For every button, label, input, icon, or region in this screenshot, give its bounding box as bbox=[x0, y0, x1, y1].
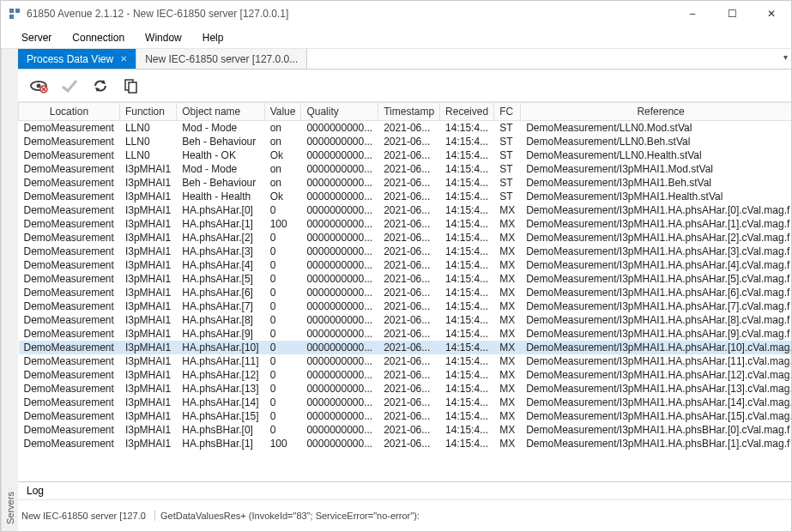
table-row[interactable]: DemoMeasurementI3pMHAI1HA.phsAHar.[10]00… bbox=[19, 341, 792, 354]
col-received[interactable]: Received bbox=[440, 103, 494, 121]
col-object-name[interactable]: Object name bbox=[177, 103, 264, 121]
log-header[interactable]: Log bbox=[18, 482, 791, 500]
table-cell: 14:15:4... bbox=[440, 203, 494, 217]
table-cell: HA.phsAHar.[12] bbox=[177, 368, 264, 382]
table-row[interactable]: DemoMeasurementI3pMHAI1HA.phsAHar.[4]000… bbox=[19, 258, 792, 272]
menu-window[interactable]: Window bbox=[135, 28, 192, 47]
table-cell: ST bbox=[494, 135, 521, 148]
table-cell: 100 bbox=[264, 217, 301, 231]
eye-disable-icon[interactable] bbox=[27, 74, 51, 98]
table-row[interactable]: DemoMeasurementI3pMHAI1Health - HealthOk… bbox=[19, 190, 792, 203]
table-cell: DemoMeasurement/I3pMHAI1.HA.phsAHar.[11]… bbox=[521, 354, 791, 368]
table-row[interactable]: DemoMeasurementI3pMHAI1HA.phsAHar.[8]000… bbox=[19, 313, 792, 327]
table-cell: MX bbox=[494, 423, 521, 437]
table-row[interactable]: DemoMeasurementI3pMHAI1HA.phsAHar.[12]00… bbox=[19, 368, 792, 382]
tabbar: Process Data View ✕ New IEC-61850 server… bbox=[18, 49, 791, 70]
table-cell: 2021-06... bbox=[378, 217, 440, 231]
tab-process-data-view[interactable]: Process Data View ✕ bbox=[18, 49, 136, 69]
side-tab-servers[interactable]: Servers bbox=[1, 49, 18, 531]
table-cell: MX bbox=[494, 272, 521, 286]
table-cell: DemoMeasurement/I3pMHAI1.HA.phsAHar.[7].… bbox=[521, 299, 791, 313]
table-cell: I3pMHAI1 bbox=[119, 176, 176, 190]
tab-dropdown-icon[interactable]: ▾ bbox=[783, 52, 788, 62]
table-cell: I3pMHAI1 bbox=[119, 437, 176, 450]
table-cell: Ok bbox=[264, 190, 301, 203]
maximize-button[interactable]: ☐ bbox=[712, 1, 752, 27]
col-value[interactable]: Value bbox=[264, 103, 301, 121]
table-row[interactable]: DemoMeasurementI3pMHAI1HA.phsAHar.[15]00… bbox=[19, 409, 792, 423]
table-row[interactable]: DemoMeasurementLLN0Beh - Behaviouron0000… bbox=[19, 135, 792, 148]
tab-close-icon[interactable]: ✕ bbox=[120, 54, 127, 63]
table-row[interactable]: DemoMeasurementI3pMHAI1HA.phsBHar.[0]000… bbox=[19, 423, 792, 437]
table-cell: Beh - Behaviour bbox=[177, 135, 264, 148]
table-cell: 14:15:4... bbox=[440, 245, 494, 258]
table-row[interactable]: DemoMeasurementI3pMHAI1HA.phsAHar.[13]00… bbox=[19, 382, 792, 396]
svg-rect-1 bbox=[15, 9, 20, 13]
svg-point-4 bbox=[37, 83, 41, 88]
table-cell: 2021-06... bbox=[378, 258, 440, 272]
tab-server[interactable]: New IEC-61850 server [127.0.0... bbox=[136, 49, 307, 69]
table-cell: HA.phsBHar.[1] bbox=[177, 437, 264, 450]
table-cell: 0000000000... bbox=[301, 437, 378, 450]
col-timestamp[interactable]: Timestamp bbox=[378, 103, 440, 121]
table-cell: 0 bbox=[264, 245, 301, 258]
table-cell: 14:15:4... bbox=[440, 327, 494, 341]
minimize-button[interactable]: – bbox=[673, 1, 712, 27]
table-row[interactable]: DemoMeasurementI3pMHAI1HA.phsAHar.[7]000… bbox=[19, 299, 792, 313]
refresh-icon[interactable] bbox=[88, 74, 112, 98]
table-cell: HA.phsAHar.[2] bbox=[177, 231, 264, 245]
table-cell: 2021-06... bbox=[378, 437, 440, 450]
table-cell: HA.phsAHar.[7] bbox=[177, 299, 264, 313]
table-cell: 0 bbox=[264, 423, 301, 437]
menubar: Server Connection Window Help bbox=[1, 27, 791, 49]
close-button[interactable]: ✕ bbox=[752, 1, 791, 27]
copy-icon[interactable] bbox=[119, 74, 143, 98]
table-row[interactable]: DemoMeasurementI3pMHAI1HA.phsAHar.[2]000… bbox=[19, 231, 792, 245]
table-cell: Beh - Behaviour bbox=[177, 176, 264, 190]
table-cell: HA.phsAHar.[5] bbox=[177, 272, 264, 286]
table-row[interactable]: DemoMeasurementI3pMHAI1HA.phsAHar.[11]00… bbox=[19, 354, 792, 368]
table-row[interactable]: DemoMeasurementI3pMHAI1HA.phsAHar.[9]000… bbox=[19, 327, 792, 341]
table-cell: DemoMeasurement bbox=[19, 203, 120, 217]
table-cell: DemoMeasurement/I3pMHAI1.HA.phsBHar.[0].… bbox=[521, 423, 791, 437]
col-location[interactable]: Location bbox=[19, 103, 120, 121]
svg-rect-2 bbox=[9, 15, 14, 19]
table-cell: ST bbox=[494, 162, 521, 176]
menu-help[interactable]: Help bbox=[192, 28, 234, 47]
table-row[interactable]: DemoMeasurementI3pMHAI1HA.phsBHar.[1]100… bbox=[19, 437, 792, 450]
table-cell: 0000000000... bbox=[301, 258, 378, 272]
tab-label: New IEC-61850 server [127.0.0... bbox=[145, 53, 298, 65]
table-row[interactable]: DemoMeasurementI3pMHAI1Mod - Modeon00000… bbox=[19, 162, 792, 176]
table-cell: MX bbox=[494, 382, 521, 396]
check-icon[interactable] bbox=[57, 74, 82, 98]
table-cell: 2021-06... bbox=[378, 245, 440, 258]
table-row[interactable]: DemoMeasurementI3pMHAI1HA.phsAHar.[0]000… bbox=[19, 203, 792, 217]
table-row[interactable]: DemoMeasurementI3pMHAI1HA.phsAHar.[6]000… bbox=[19, 286, 792, 299]
col-function[interactable]: Function bbox=[119, 103, 176, 121]
svg-rect-0 bbox=[9, 9, 14, 13]
table-cell: 0000000000... bbox=[301, 203, 378, 217]
table-row[interactable]: DemoMeasurementI3pMHAI1Beh - Behaviouron… bbox=[19, 176, 792, 190]
table-cell: 0000000000... bbox=[301, 341, 378, 354]
table-cell: 0000000000... bbox=[301, 272, 378, 286]
table-cell: DemoMeasurement bbox=[19, 409, 120, 423]
table-row[interactable]: DemoMeasurementI3pMHAI1HA.phsAHar.[14]00… bbox=[19, 396, 792, 409]
table-row[interactable]: DemoMeasurementLLN0Health - OKOk00000000… bbox=[19, 148, 792, 162]
log-row: New IEC-61850 server [127.0 GetDataValue… bbox=[18, 500, 791, 531]
menu-server[interactable]: Server bbox=[11, 28, 62, 47]
col-reference[interactable]: Reference bbox=[521, 103, 791, 121]
table-cell: 0000000000... bbox=[301, 286, 378, 299]
data-table-scroll[interactable]: Location Function Object name Value Qual… bbox=[18, 102, 791, 481]
col-fc[interactable]: FC bbox=[494, 103, 521, 121]
table-cell: MX bbox=[494, 327, 521, 341]
table-row[interactable]: DemoMeasurementI3pMHAI1HA.phsAHar.[3]000… bbox=[19, 245, 792, 258]
table-row[interactable]: DemoMeasurementI3pMHAI1HA.phsAHar.[1]100… bbox=[19, 217, 792, 231]
table-cell: DemoMeasurement/LLN0.Mod.stVal bbox=[521, 121, 791, 136]
table-cell: LLN0 bbox=[119, 135, 176, 148]
col-quality[interactable]: Quality bbox=[301, 103, 378, 121]
table-cell: 2021-06... bbox=[378, 121, 440, 136]
table-row[interactable]: DemoMeasurementI3pMHAI1HA.phsAHar.[5]000… bbox=[19, 272, 792, 286]
table-row[interactable]: DemoMeasurementLLN0Mod - Modeon000000000… bbox=[19, 121, 792, 136]
menu-connection[interactable]: Connection bbox=[62, 28, 135, 47]
table-cell: 14:15:4... bbox=[440, 176, 494, 190]
